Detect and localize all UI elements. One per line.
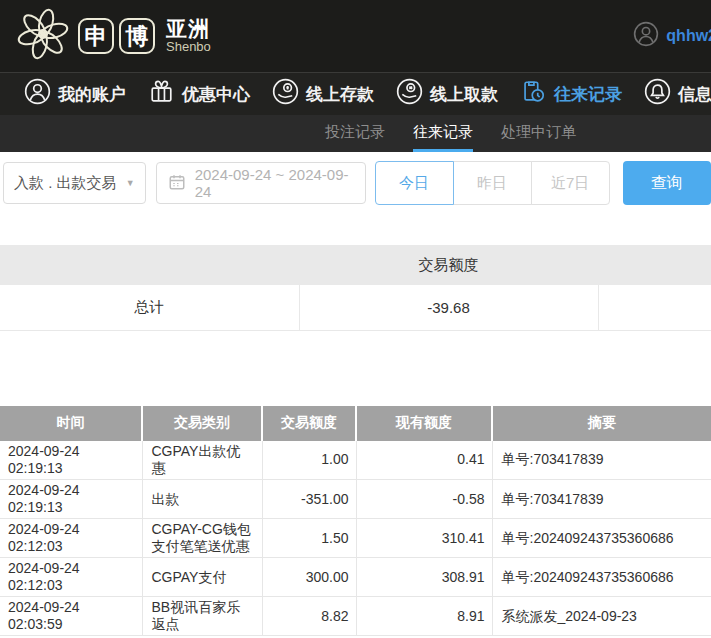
today-button[interactable]: 今日 — [375, 161, 454, 205]
brand-region: 亚洲 — [166, 18, 211, 40]
account-icon — [24, 78, 51, 110]
brand-characters: 申 博 — [78, 18, 155, 54]
yesterday-button[interactable]: 昨日 — [453, 161, 532, 205]
cell-summary: 单号:202409243735360686 — [492, 519, 711, 558]
chevron-down-icon: ▼ — [126, 178, 135, 188]
nav-item-deposit[interactable]: 线上存款 — [272, 78, 374, 110]
cell-time: 2024-09-24 02:19:13 — [0, 480, 142, 519]
cell-summary: 单号:703417839 — [492, 441, 711, 480]
cell-type: CGPAY支付 — [142, 558, 262, 597]
column-time: 时间 — [0, 406, 142, 441]
flower-logo-icon — [16, 7, 70, 65]
sub-nav: 投注记录 往来记录 处理中订单 — [0, 115, 711, 152]
nav-label: 优惠中心 — [182, 83, 250, 106]
date-range-value: 2024-09-24 ~ 2024-09-24 — [195, 166, 354, 200]
nav-item-my-account[interactable]: 我的账户 — [24, 78, 126, 110]
nav-label: 线上存款 — [306, 83, 374, 106]
nav-item-promotions[interactable]: 优惠中心 — [148, 78, 250, 110]
quick-date-group: 今日 昨日 近7日 — [375, 161, 610, 205]
nav-item-transaction-records[interactable]: 往来记录 — [520, 78, 622, 110]
cell-amount: 300.00 — [262, 558, 356, 597]
summary-table: 交易额度 总计 -39.68 — [0, 245, 711, 331]
nav-label: 线上取款 — [430, 83, 498, 106]
cell-balance: 0.41 — [356, 441, 492, 480]
nav-label: 我的账户 — [58, 83, 126, 106]
cell-amount: -351.00 — [262, 480, 356, 519]
tab-transaction-records[interactable]: 往来记录 — [413, 115, 473, 152]
user-avatar-icon — [633, 21, 659, 51]
brand-subtitle: Shenbo — [166, 40, 211, 54]
cell-time: 2024-09-24 02:12:03 — [0, 558, 142, 597]
cell-balance: 8.91 — [356, 597, 492, 636]
table-header-row: 时间 交易类别 交易额度 现有额度 摘要 — [0, 406, 711, 441]
table-row: 2024-09-24 02:03:59BB视讯百家乐返点8.828.91系统派发… — [0, 597, 711, 636]
summary-total-row: 总计 -39.68 — [0, 285, 711, 330]
search-button[interactable]: 查询 — [623, 161, 711, 205]
deposit-icon — [272, 78, 299, 110]
cell-time: 2024-09-24 02:19:13 — [0, 441, 142, 480]
cell-amount: 8.82 — [262, 597, 356, 636]
summary-header-empty — [598, 245, 711, 285]
nav-item-messages[interactable]: 信息 — [644, 78, 711, 110]
top-header: 申 博 亚洲 Shenbo qhhw2 — [0, 0, 711, 72]
nav-item-withdraw[interactable]: 线上取款 — [396, 78, 498, 110]
brand-char-1: 申 — [78, 18, 114, 54]
summary-total-value: -39.68 — [299, 285, 598, 330]
cell-summary: 系统派发_2024-09-23 — [492, 597, 711, 636]
cell-summary: 单号:202409243735360686 — [492, 558, 711, 597]
summary-header-label: 交易额度 — [299, 245, 598, 285]
cell-balance: 310.41 — [356, 519, 492, 558]
calendar-icon — [168, 173, 186, 194]
last7days-button[interactable]: 近7日 — [531, 161, 610, 205]
nav-label: 信息 — [678, 83, 711, 106]
cell-amount: 1.00 — [262, 441, 356, 480]
user-account[interactable]: qhhw2 — [633, 21, 711, 51]
summary-header-empty — [0, 245, 299, 285]
brand-char-2: 博 — [119, 18, 155, 54]
cell-type: CGPAY出款优惠 — [142, 441, 262, 480]
column-amount: 交易额度 — [262, 406, 356, 441]
summary-header-row: 交易额度 — [0, 245, 711, 285]
table-row: 2024-09-24 02:12:03CGPAY-CG钱包支付笔笔送优惠1.50… — [0, 519, 711, 558]
cell-type: BB视讯百家乐返点 — [142, 597, 262, 636]
page: 申 博 亚洲 Shenbo qhhw2 — [0, 0, 711, 638]
transactions-body: 2024-09-24 02:19:13CGPAY出款优惠1.000.41单号:7… — [0, 441, 711, 636]
table-row: 2024-09-24 02:12:03CGPAY支付300.00308.91单号… — [0, 558, 711, 597]
cell-summary: 单号:703417839 — [492, 480, 711, 519]
column-type: 交易类别 — [142, 406, 262, 441]
cell-balance: -0.58 — [356, 480, 492, 519]
cell-time: 2024-09-24 02:03:59 — [0, 597, 142, 636]
transactions-table: 时间 交易类别 交易额度 现有额度 摘要 2024-09-24 02:19:13… — [0, 406, 711, 637]
cell-time: 2024-09-24 02:12:03 — [0, 519, 142, 558]
bell-icon — [644, 78, 671, 110]
username[interactable]: qhhw2 — [666, 27, 711, 45]
summary-empty-cell — [598, 285, 711, 330]
main-nav: 我的账户 优惠中心 线上存款 — [0, 72, 711, 115]
summary-total-label: 总计 — [0, 285, 299, 330]
filter-bar: 入款 . 出款交易 ▼ 2024-09-24 ~ 2024-09-24 今日 昨… — [0, 152, 711, 205]
table-row: 2024-09-24 02:19:13出款-351.00-0.58单号:7034… — [0, 480, 711, 519]
tab-bet-records[interactable]: 投注记录 — [325, 115, 385, 152]
table-row: 2024-09-24 02:19:13CGPAY出款优惠1.000.41单号:7… — [0, 441, 711, 480]
cell-type: 出款 — [142, 480, 262, 519]
cell-amount: 1.50 — [262, 519, 356, 558]
date-range-input[interactable]: 2024-09-24 ~ 2024-09-24 — [156, 162, 366, 204]
column-balance: 现有额度 — [356, 406, 492, 441]
records-icon — [520, 78, 547, 110]
transaction-type-value: 入款 . 出款交易 — [14, 174, 117, 193]
promo-icon — [148, 78, 175, 110]
tab-pending-orders[interactable]: 处理中订单 — [501, 115, 576, 152]
cell-type: CGPAY-CG钱包支付笔笔送优惠 — [142, 519, 262, 558]
cell-balance: 308.91 — [356, 558, 492, 597]
withdraw-icon — [396, 78, 423, 110]
brand-logo[interactable]: 申 博 亚洲 Shenbo — [16, 7, 211, 65]
transaction-type-select[interactable]: 入款 . 出款交易 ▼ — [3, 162, 146, 204]
column-summary: 摘要 — [492, 406, 711, 441]
nav-label: 往来记录 — [554, 83, 622, 106]
